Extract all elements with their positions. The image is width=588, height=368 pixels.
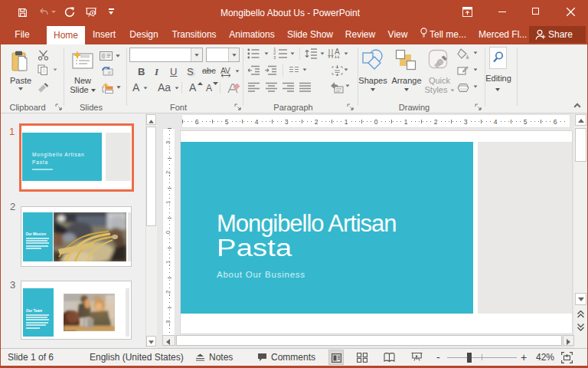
- svg-text:A: A: [335, 48, 340, 56]
